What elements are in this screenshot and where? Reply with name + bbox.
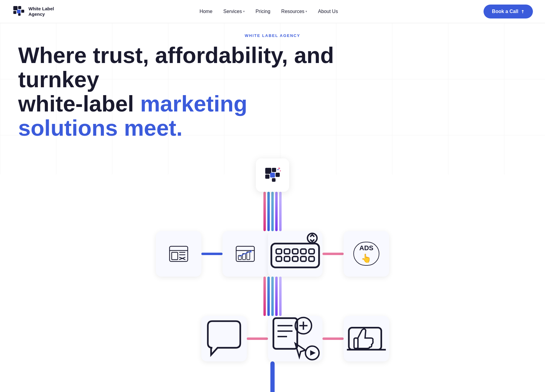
hand-pointer-icon: 👆 (361, 253, 372, 263)
hero-heading-line1: Where trust, affordability, and turnkey (18, 43, 334, 92)
connector-line-pink (263, 192, 266, 231)
vertical-connector-lower (263, 277, 282, 316)
svg-rect-35 (284, 257, 290, 261)
vertical-connector-bottom (263, 361, 282, 392)
arrow-icon: ↗ (520, 8, 526, 15)
h-connector-bottom-left (247, 337, 268, 340)
svg-rect-5 (18, 13, 21, 16)
book-call-label: Book a Call (492, 9, 518, 14)
connector-line-lavender (279, 192, 282, 231)
logo-text: White LabelAgency (28, 6, 54, 17)
h-connector-left (201, 253, 223, 255)
svg-rect-36 (292, 257, 298, 261)
svg-marker-49 (310, 350, 316, 356)
svg-rect-30 (284, 249, 290, 254)
bottom-row (156, 316, 389, 361)
chat-icon (201, 316, 247, 361)
svg-rect-34 (276, 257, 282, 261)
web-design-icon (168, 243, 189, 264)
nav-item-services[interactable]: Services ▾ (223, 9, 245, 14)
center-logo-card (256, 158, 289, 192)
h-connector-right (322, 253, 344, 255)
svg-rect-52 (354, 338, 358, 348)
connector-line-lavender-lower (279, 277, 282, 316)
svg-rect-4 (21, 10, 24, 13)
automation-icon (268, 315, 322, 363)
svg-rect-10 (276, 173, 280, 177)
nav-link-home[interactable]: Home (200, 9, 213, 14)
svg-rect-28 (271, 244, 319, 267)
svg-rect-8 (265, 174, 269, 179)
service-card-chat (201, 316, 247, 361)
tools-icon (268, 230, 322, 278)
hero-section: WHITE LABEL AGENCY Where trust, affordab… (0, 0, 545, 392)
bottom-line-blue (270, 361, 275, 392)
connector-line-blue1 (267, 192, 270, 231)
connector-line-blue2-lower (271, 277, 274, 316)
middle-row: ADS 👆 (156, 231, 389, 277)
service-card-web-design (156, 231, 201, 277)
service-card-social (344, 316, 389, 361)
nav-link-pricing[interactable]: Pricing (256, 9, 270, 14)
nav-item-resources[interactable]: Resources ▾ (281, 9, 307, 14)
brand-logo-icon (263, 166, 282, 184)
h-connector-bottom-right (322, 337, 344, 340)
chevron-down-icon-resources: ▾ (306, 10, 307, 13)
service-card-ads: ADS 👆 (344, 231, 389, 277)
nav-link-resources[interactable]: Resources ▾ (281, 9, 307, 14)
svg-rect-31 (292, 249, 298, 254)
svg-rect-11 (272, 178, 276, 182)
connector-line-purple-lower (275, 277, 278, 316)
svg-rect-17 (172, 252, 178, 260)
hero-heading-line2-plain: white-label (18, 91, 140, 116)
center-column (268, 231, 322, 277)
svg-point-12 (278, 168, 280, 169)
connector-line-blue1-lower (267, 277, 270, 316)
svg-rect-3 (17, 10, 21, 13)
nav-item-home[interactable]: Home (200, 9, 213, 14)
nav-link-about[interactable]: About Us (318, 9, 338, 14)
service-card-automation (268, 316, 322, 361)
service-card-tools (268, 231, 322, 277)
svg-rect-0 (13, 6, 18, 10)
vertical-connector-top (263, 192, 282, 231)
service-card-seo (223, 231, 268, 277)
svg-rect-33 (309, 249, 314, 254)
svg-rect-29 (276, 249, 282, 254)
svg-point-13 (280, 170, 281, 171)
svg-rect-40 (273, 318, 297, 349)
svg-rect-7 (272, 168, 276, 172)
nav-item-pricing[interactable]: Pricing (256, 9, 270, 14)
svg-rect-9 (270, 173, 275, 178)
svg-rect-1 (18, 6, 21, 9)
svg-rect-32 (301, 249, 306, 254)
thumbs-up-icon (344, 316, 389, 361)
connector-line-purple (275, 192, 278, 231)
navbar: White LabelAgency Home Services ▾ Pricin… (0, 0, 545, 23)
connector-line-blue2 (271, 192, 274, 231)
ads-label: ADS 👆 (353, 242, 379, 266)
logo-link[interactable]: White LabelAgency (12, 5, 54, 18)
nav-link-services[interactable]: Services ▾ (223, 9, 245, 14)
hero-label: WHITE LABEL AGENCY (18, 33, 527, 38)
ads-text: ADS (359, 244, 373, 252)
diagram: ADS 👆 (18, 158, 527, 392)
seo-icon (235, 243, 256, 264)
chevron-down-icon: ▾ (243, 10, 245, 13)
hero-heading: Where trust, affordability, and turnkey … (18, 43, 351, 140)
connector-line-pink-lower (263, 277, 266, 316)
nav-item-about[interactable]: About Us (318, 9, 338, 14)
logo-icon (12, 5, 25, 18)
svg-point-14 (277, 169, 279, 170)
svg-rect-2 (13, 11, 16, 14)
book-call-button[interactable]: Book a Call ↗ (484, 5, 533, 18)
svg-rect-38 (309, 257, 314, 261)
spacer-left (156, 316, 201, 361)
svg-rect-37 (301, 257, 306, 261)
nav-links: Home Services ▾ Pricing Resources ▾ Abou… (200, 9, 338, 14)
